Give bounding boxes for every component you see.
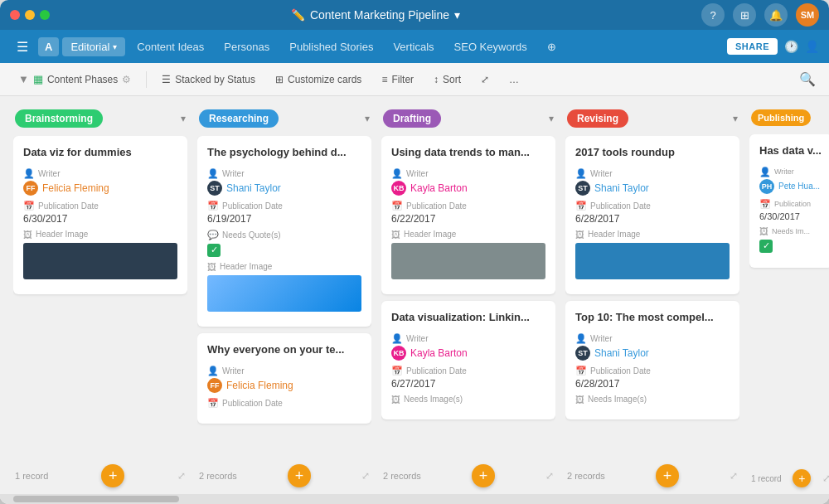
writer-avatar: KB [391, 181, 406, 196]
person-icon: 👤 [391, 333, 403, 344]
grid-button[interactable]: ⊞ [733, 3, 756, 27]
writer-avatar: ST [207, 181, 222, 196]
pub-date-value: 6/22/2017 [391, 213, 545, 225]
nav-tab-editorial[interactable]: Editorial ▾ [62, 37, 125, 56]
researching-expand[interactable]: ⤢ [361, 470, 370, 482]
revising-arrow[interactable]: ▾ [733, 113, 738, 124]
card-title: Has data v... [759, 144, 822, 158]
calendar-icon: 📅 [575, 201, 587, 211]
writer-name: Kayla Barton [410, 347, 468, 359]
publishing-badge: Publishing [751, 109, 811, 126]
horizontal-scrollbar[interactable] [0, 494, 829, 504]
needs-image-field: 🖼 Needs Image(s) [391, 395, 545, 405]
header-image [207, 275, 361, 312]
help-button[interactable]: ? [701, 3, 725, 27]
revising-badge: Revising [567, 109, 628, 128]
researching-badge: Researching [199, 109, 279, 128]
pub-date-field: 📅 Publication Date 6/19/2017 [207, 201, 361, 225]
pub-date-value: 6/27/2017 [391, 378, 545, 390]
image-icon: 🖼 [575, 395, 584, 405]
publishing-cards: Has data v... 👤 Writer PH Pete Hua... 📅 … [749, 134, 829, 461]
person-icon: 👤 [759, 167, 771, 177]
writer-field: 👤 Writer ST Shani Taylor [575, 168, 730, 196]
card-top10[interactable]: Top 10: The most compel... 👤 Writer ST S… [565, 301, 739, 419]
card-dataviz-linkin[interactable]: Data visualization: Linkin... 👤 Writer K… [381, 301, 555, 419]
toolbar-filter[interactable]: ≡ Filter [376, 70, 419, 89]
card-2017-tools[interactable]: 2017 tools roundup 👤 Writer ST Shani Tay… [565, 136, 739, 294]
card-psychology[interactable]: The psychology behind d... 👤 Writer ST S… [197, 136, 371, 327]
more-icon: … [509, 74, 519, 85]
nav-tab-personas[interactable]: Personas [216, 37, 278, 56]
filter-icon: ≡ [381, 74, 387, 85]
header-image-field: 🖼 Header Image [207, 262, 361, 312]
card-everyone[interactable]: Why everyone on your te... 👤 Writer FF F… [197, 333, 371, 424]
title-dropdown-icon[interactable]: ▾ [454, 8, 460, 22]
toolbar-customize[interactable]: ⊞ Customize cards [270, 70, 366, 89]
share-button[interactable]: SHARE [727, 38, 778, 55]
phase-label: Content Phases [47, 74, 118, 85]
drafting-footer: 2 records + ⤢ [381, 458, 555, 494]
scrollbar-thumb[interactable] [13, 496, 179, 502]
writer-field: 👤 Writer PH Pete Hua... [759, 167, 822, 194]
drafting-expand[interactable]: ⤢ [545, 470, 554, 482]
image-icon: 🖼 [391, 395, 400, 405]
writer-field: 👤 Writer FF Felicia Fleming [23, 168, 177, 196]
pub-date-value: 6/28/2017 [575, 213, 730, 225]
toolbar-sort[interactable]: ↕ Sort [429, 70, 466, 89]
writer-avatar: PH [759, 179, 774, 194]
publishing-add-button[interactable]: + [793, 469, 811, 487]
calendar-icon: 📅 [759, 199, 771, 210]
toolbar-phases[interactable]: ▼ ▦ Content Phases ⚙ [13, 70, 136, 89]
user-avatar[interactable]: SM [796, 3, 819, 27]
customize-icon: ⊞ [275, 74, 284, 85]
brainstorming-arrow[interactable]: ▾ [181, 113, 186, 124]
brainstorming-badge: Brainstorming [15, 109, 103, 128]
minimize-button[interactable] [25, 10, 35, 20]
toolbar-more[interactable]: … [504, 70, 524, 89]
close-button[interactable] [10, 10, 20, 20]
toolbar-expand[interactable]: ⤢ [476, 70, 494, 89]
menu-button[interactable]: ☰ [10, 36, 35, 58]
board-scroll[interactable]: Brainstorming ▾ Data viz for dummies 👤 W… [0, 96, 829, 494]
writer-field: 👤 Writer KB Kayla Barton [391, 168, 545, 196]
writer-avatar: FF [207, 378, 222, 393]
user-list-button[interactable]: 👤 [805, 40, 819, 53]
column-brainstorming: Brainstorming ▾ Data viz for dummies 👤 W… [13, 109, 187, 494]
bell-button[interactable]: 🔔 [764, 3, 788, 27]
researching-arrow[interactable]: ▾ [365, 113, 370, 124]
pub-date-field: 📅 Publication 6/30/2017 [759, 199, 822, 221]
brainstorming-footer: 1 record + ⤢ [13, 458, 187, 494]
writer-name: Shani Taylor [594, 182, 649, 194]
researching-add-button[interactable]: + [288, 464, 311, 487]
nav-tab-verticals[interactable]: Verticals [385, 37, 442, 56]
nav-tab-content-ideas[interactable]: Content Ideas [128, 37, 212, 56]
needs-image-field: 🖼 Needs Image(s) [575, 395, 730, 405]
search-button[interactable]: 🔍 [799, 71, 816, 87]
publishing-expand[interactable]: ⤢ [822, 472, 829, 484]
card-title: Using data trends to man... [391, 146, 545, 160]
card-data-trends[interactable]: Using data trends to man... 👤 Writer KB … [381, 136, 555, 294]
title-actions: ? ⊞ 🔔 SM [701, 3, 819, 27]
card-data-viz[interactable]: Data viz for dummies 👤 Writer FF Felicia… [13, 136, 187, 294]
revising-add-button[interactable]: + [656, 464, 679, 487]
drafting-add-button[interactable]: + [472, 464, 495, 487]
brainstorming-cards: Data viz for dummies 👤 Writer FF Felicia… [13, 136, 187, 456]
revising-expand[interactable]: ⤢ [730, 470, 738, 482]
nav-add-tab[interactable]: ⊕ [539, 37, 565, 56]
calendar-icon: 📅 [391, 201, 403, 211]
drafting-count: 2 records [383, 471, 421, 481]
pub-date-field: 📅 Publication Date 6/28/2017 [575, 366, 730, 390]
brainstorming-expand[interactable]: ⤢ [177, 470, 186, 482]
maximize-button[interactable] [40, 10, 50, 20]
drafting-badge: Drafting [383, 109, 441, 128]
edit-icon: ✏️ [291, 8, 305, 22]
drafting-arrow[interactable]: ▾ [549, 113, 554, 124]
history-button[interactable]: 🕐 [784, 40, 798, 53]
nav-tab-published-stories[interactable]: Published Stories [281, 37, 381, 56]
toolbar-stacked[interactable]: ☰ Stacked by Status [157, 70, 260, 89]
nav-tab-seo-keywords[interactable]: SEO Keywords [446, 37, 536, 56]
card-has-data[interactable]: Has data v... 👤 Writer PH Pete Hua... 📅 … [749, 134, 829, 268]
brainstorming-add-button[interactable]: + [101, 464, 124, 487]
card-title: The psychology behind d... [207, 146, 361, 160]
pub-date-field: 📅 Publication Date 6/28/2017 [575, 201, 730, 225]
